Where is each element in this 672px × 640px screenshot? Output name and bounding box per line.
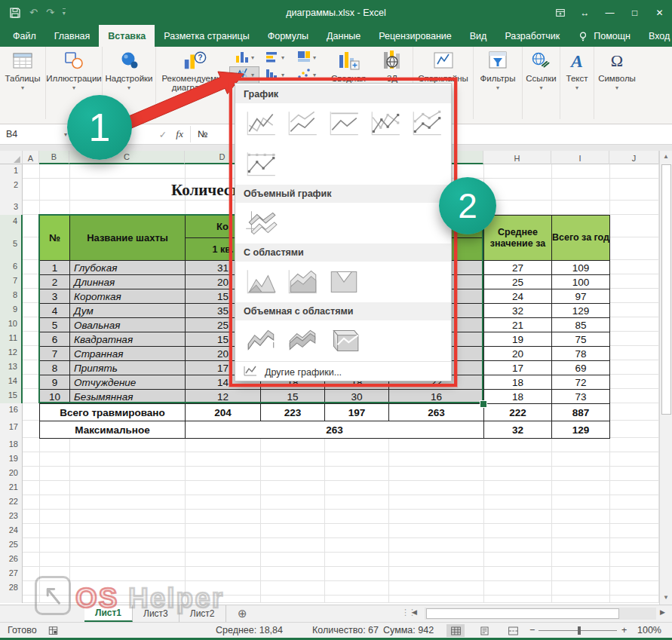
row-header-16[interactable]: 16: [0, 403, 23, 421]
cell[interactable]: 12: [186, 390, 261, 404]
sheet-row-20[interactable]: 20: [0, 467, 659, 481]
area-100-chart-icon[interactable]: [324, 265, 364, 299]
close-icon[interactable]: ✕: [647, 0, 672, 25]
links-button[interactable]: Ссылки▾: [523, 48, 560, 91]
cell[interactable]: Квадратная: [70, 332, 186, 347]
cell[interactable]: 129: [552, 421, 610, 439]
zoom-level[interactable]: 100%: [637, 625, 661, 635]
cell[interactable]: 129: [552, 304, 610, 318]
area-stacked-chart-icon[interactable]: [283, 265, 322, 299]
cell[interactable]: 7: [40, 347, 70, 361]
sheet-row-22[interactable]: 22: [0, 495, 659, 510]
sheet-tab-Лист3[interactable]: Лист3: [133, 605, 180, 622]
cell[interactable]: 19: [484, 332, 552, 347]
insert-statistic-chart-button[interactable]: ▾: [260, 67, 289, 83]
minimize-icon[interactable]: —: [597, 0, 622, 25]
line-stacked-chart-icon[interactable]: [283, 106, 322, 141]
cell[interactable]: 109: [552, 261, 610, 275]
cell[interactable]: Странная: [70, 347, 186, 361]
cell[interactable]: 85: [552, 318, 610, 332]
row-header-11[interactable]: 11: [0, 332, 23, 346]
cell[interactable]: Длинная: [70, 275, 186, 289]
cell[interactable]: 18: [484, 390, 552, 404]
row-header-3[interactable]: 3: [0, 201, 23, 215]
illustrations-button[interactable]: Иллюстрации▾: [46, 48, 102, 91]
vertical-scroll-thumb[interactable]: [661, 164, 671, 415]
undo-icon[interactable]: ↶: [29, 7, 38, 18]
cell[interactable]: 10: [40, 390, 70, 404]
addins-button[interactable]: Надстройки▾: [103, 48, 155, 91]
ribbon-tab-7[interactable]: Рецензирование: [370, 25, 461, 47]
cell[interactable]: 21: [484, 318, 552, 332]
sheet-row-26[interactable]: 26: [0, 553, 659, 567]
line-100-chart-icon[interactable]: [324, 106, 364, 141]
customize-qat-icon[interactable]: ▾: [63, 8, 66, 17]
cell[interactable]: 223: [261, 404, 325, 421]
cell[interactable]: 18: [484, 375, 552, 390]
cell[interactable]: Всего травмировано: [40, 404, 186, 421]
sheet-row-24[interactable]: 24: [0, 524, 659, 538]
row-header-26[interactable]: 26: [0, 553, 23, 567]
cell[interactable]: 887: [552, 404, 610, 421]
header-cell-name[interactable]: Название шахты: [70, 216, 186, 261]
cell[interactable]: 24: [484, 289, 552, 304]
area-chart-icon[interactable]: [241, 265, 281, 299]
ribbon-tab-11[interactable]: Вход: [640, 25, 672, 47]
formula-content[interactable]: №: [198, 124, 207, 144]
ribbon-tab-9[interactable]: Разработчик: [496, 25, 569, 47]
area-3d-stacked-chart-icon[interactable]: [283, 323, 322, 358]
row-header-25[interactable]: 25: [0, 538, 23, 553]
scroll-down-icon[interactable]: ▼: [661, 594, 670, 601]
text-button[interactable]: A Текст▾: [560, 48, 594, 91]
row-header-7[interactable]: 7: [0, 274, 23, 289]
line-100-marker-chart-icon[interactable]: [241, 147, 281, 182]
row-header-6[interactable]: 6: [0, 260, 23, 274]
cell[interactable]: 16: [389, 390, 484, 404]
cell[interactable]: 75: [552, 332, 610, 347]
ribbon-tab-10[interactable]: Помощн: [569, 25, 640, 47]
row-header-10[interactable]: 10: [0, 317, 23, 332]
row-header-2[interactable]: 2: [0, 179, 23, 201]
row-header-22[interactable]: 22: [0, 495, 23, 510]
cell[interactable]: Глубокая: [70, 261, 186, 275]
tables-button[interactable]: Таблицы▾: [0, 48, 45, 91]
line-marker-chart-icon[interactable]: [366, 106, 405, 141]
view-page-break-icon[interactable]: [504, 624, 522, 637]
cell[interactable]: 78: [552, 347, 610, 361]
line-stacked-marker-chart-icon[interactable]: [407, 106, 446, 141]
row-header-28[interactable]: 28: [0, 581, 23, 596]
ribbon-tab-6[interactable]: Данные: [318, 25, 370, 47]
row-header-23[interactable]: 23: [0, 510, 23, 524]
cell[interactable]: 204: [186, 404, 261, 421]
ribbon-tab-4[interactable]: Разметка страницы: [155, 25, 258, 47]
column-header-H[interactable]: H: [483, 151, 551, 164]
row-header-27[interactable]: 27: [0, 567, 23, 581]
ribbon-tab-8[interactable]: Вид: [461, 25, 496, 47]
enter-icon[interactable]: ✓: [155, 124, 170, 144]
save-icon[interactable]: [9, 7, 21, 19]
scroll-up-icon[interactable]: ▲: [661, 153, 670, 160]
line-chart-icon[interactable]: [241, 106, 281, 141]
row-header-21[interactable]: 21: [0, 481, 23, 495]
sheet-row-partial[interactable]: [0, 596, 659, 603]
horizontal-scroll-thumb[interactable]: [426, 608, 619, 619]
cell[interactable]: Отчуждение: [70, 375, 186, 390]
name-box[interactable]: B4 ▾: [0, 124, 72, 144]
zoom-out-icon[interactable]: −: [529, 625, 535, 635]
cell[interactable]: 1: [40, 261, 70, 275]
column-header-J[interactable]: J: [609, 151, 659, 164]
cell[interactable]: 263: [389, 404, 484, 421]
cell[interactable]: 5: [40, 318, 70, 332]
scroll-right-icon[interactable]: ▶: [660, 608, 665, 616]
resize-icon[interactable]: ↔: [572, 0, 597, 25]
sheet-row-28[interactable]: 28: [0, 581, 659, 596]
sheet-tab-Лист2[interactable]: Лист2: [180, 605, 226, 622]
cell[interactable]: 222: [484, 404, 552, 421]
row-header-20[interactable]: 20: [0, 467, 23, 481]
more-charts-item[interactable]: Другие графики...: [235, 361, 451, 382]
ribbon-tab-2[interactable]: Главная: [45, 25, 100, 47]
maximize-icon[interactable]: □: [622, 0, 647, 25]
cell[interactable]: 32: [484, 421, 552, 439]
symbols-button[interactable]: Ω Символы▾: [594, 48, 640, 91]
column-header-A[interactable]: A: [23, 151, 39, 164]
